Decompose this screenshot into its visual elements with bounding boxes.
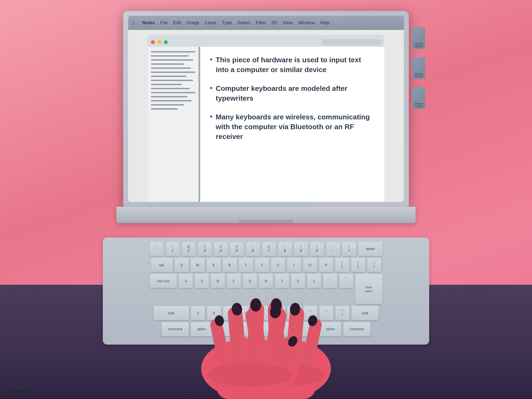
key-j[interactable]: J <box>275 274 289 288</box>
menu-view[interactable]: View <box>283 20 293 26</box>
key-s[interactable]: S <box>195 274 209 288</box>
key-t[interactable]: T <box>239 258 253 272</box>
key-e[interactable]: E <box>207 258 221 272</box>
key-enter[interactable]: enterreturn <box>355 274 382 304</box>
key-5[interactable]: %5 <box>230 242 244 256</box>
key-slash[interactable]: ?/ <box>335 306 349 320</box>
bullet-text-1: This piece of hardware is used to input … <box>216 55 375 75</box>
keyboard-row-3: caps lock A S D F G H J K L :; "' enterr… <box>109 274 423 304</box>
key-f[interactable]: F <box>227 274 241 288</box>
sidebar-line <box>151 108 178 110</box>
key-semicolon[interactable]: :; <box>323 274 337 288</box>
key-r[interactable]: R <box>223 258 237 272</box>
bullet-text-2: Computer keyboards are modeled after typ… <box>216 83 375 103</box>
sidebar-line <box>151 80 193 81</box>
close-button[interactable] <box>151 40 155 44</box>
menu-window[interactable]: Window <box>298 20 314 26</box>
key-i[interactable]: I <box>287 258 301 272</box>
bullet-item-2: • Computer keyboards are modeled after t… <box>210 83 375 103</box>
key-rbracket[interactable]: }] <box>351 258 365 272</box>
key-m[interactable]: M <box>287 306 301 320</box>
key-9[interactable]: (9 <box>294 242 308 256</box>
key-lbracket[interactable]: {[ <box>335 258 349 272</box>
key-4[interactable]: $4 <box>214 242 228 256</box>
key-p[interactable]: P <box>319 258 333 272</box>
keyboard-row-4: shift Z X C V B N M <, >. ?/ shift <box>109 306 423 320</box>
bullet-text-3: Many keyboards are wireless, communicati… <box>216 112 375 142</box>
menu-file[interactable]: File <box>160 20 168 26</box>
menu-edit[interactable]: Edit <box>173 20 181 26</box>
key-command-right[interactable]: command <box>343 322 370 336</box>
key-n[interactable]: N <box>271 306 285 320</box>
key-y[interactable]: Y <box>255 258 269 272</box>
key-shift-left[interactable]: shift <box>154 306 189 320</box>
key-k[interactable]: K <box>291 274 305 288</box>
menu-type[interactable]: Type <box>222 20 232 26</box>
key-8[interactable]: *8 <box>278 242 292 256</box>
sidebar-line <box>151 104 184 106</box>
window-search-bar[interactable] <box>321 39 381 45</box>
key-equals[interactable]: += <box>342 242 356 256</box>
key-command-left[interactable]: command <box>162 322 189 336</box>
key-3[interactable]: #3 <box>198 242 212 256</box>
bullet-item-3: • Many keyboards are wireless, communica… <box>210 112 375 142</box>
key-h[interactable]: H <box>259 274 273 288</box>
menu-layer[interactable]: Layer <box>205 20 217 26</box>
key-x[interactable]: X <box>207 306 221 320</box>
key-d[interactable]: D <box>211 274 225 288</box>
key-tab[interactable]: tab <box>151 258 173 272</box>
key-w[interactable]: W <box>191 258 205 272</box>
key-0[interactable]: )0 <box>310 242 324 256</box>
key-comma[interactable]: <, <box>303 306 317 320</box>
key-l[interactable]: L <box>307 274 321 288</box>
key-option-left[interactable]: option <box>191 322 212 336</box>
key-shift-right[interactable]: shift <box>351 306 379 320</box>
scrollbar-block-1 <box>412 27 425 49</box>
logo-name: wire <box>14 381 31 392</box>
menu-3d[interactable]: 3D <box>271 20 277 26</box>
key-6[interactable]: ^6 <box>246 242 260 256</box>
key-space[interactable] <box>214 322 318 336</box>
key-o[interactable]: O <box>303 258 317 272</box>
key-g[interactable]: G <box>243 274 257 288</box>
scrollbar-block-2 <box>412 57 425 79</box>
key-a[interactable]: A <box>179 274 193 288</box>
key-z[interactable]: Z <box>191 306 205 320</box>
key-backtick[interactable]: ~` <box>150 242 164 256</box>
key-q[interactable]: Q <box>175 258 189 272</box>
menu-notes[interactable]: Notes <box>142 20 155 26</box>
notes-main-content[interactable]: • This piece of hardware is used to inpu… <box>200 47 384 202</box>
sidebar-line <box>151 67 191 69</box>
menu-filter[interactable]: Filter <box>256 20 266 26</box>
key-quote[interactable]: "' <box>339 274 353 288</box>
keyboard-row-1: ~` !1 @2 #3 $4 %5 ^6 &7 *8 (9 )0 _- += d… <box>109 242 423 256</box>
minimize-button[interactable] <box>157 40 161 44</box>
key-option-right[interactable]: option <box>320 322 341 336</box>
key-b[interactable]: B <box>255 306 269 320</box>
key-1[interactable]: !1 <box>166 242 180 256</box>
sidebar-line <box>151 84 182 85</box>
key-delete[interactable]: delete <box>358 242 383 256</box>
key-minus[interactable]: _- <box>326 242 340 256</box>
maximize-button[interactable] <box>164 40 168 44</box>
menu-select[interactable]: Select <box>237 20 250 26</box>
key-capslock[interactable]: caps lock <box>150 274 177 288</box>
menu-image[interactable]: Image <box>187 20 199 26</box>
scrollbar-decorations <box>412 27 425 109</box>
key-7[interactable]: &7 <box>262 242 276 256</box>
key-2[interactable]: @2 <box>182 242 196 256</box>
key-v[interactable]: V <box>239 306 253 320</box>
key-backslash[interactable]: |\ <box>367 258 381 272</box>
laptop:  Notes File Edit Image Layer Type Selec… <box>116 11 416 223</box>
key-period[interactable]: >. <box>319 306 333 320</box>
sidebar-line <box>151 100 192 101</box>
logo-watermark: thewire <box>7 381 31 392</box>
sidebar-line <box>151 55 189 57</box>
menu-help[interactable]: Help <box>320 20 330 26</box>
logo-prefix: the <box>7 381 14 388</box>
key-u[interactable]: U <box>271 258 285 272</box>
key-c[interactable]: C <box>223 306 237 320</box>
laptop-screen:  Notes File Edit Image Layer Type Selec… <box>123 11 409 207</box>
app-window: • This piece of hardware is used to inpu… <box>128 30 404 202</box>
bullet-dot-3: • <box>210 112 212 121</box>
